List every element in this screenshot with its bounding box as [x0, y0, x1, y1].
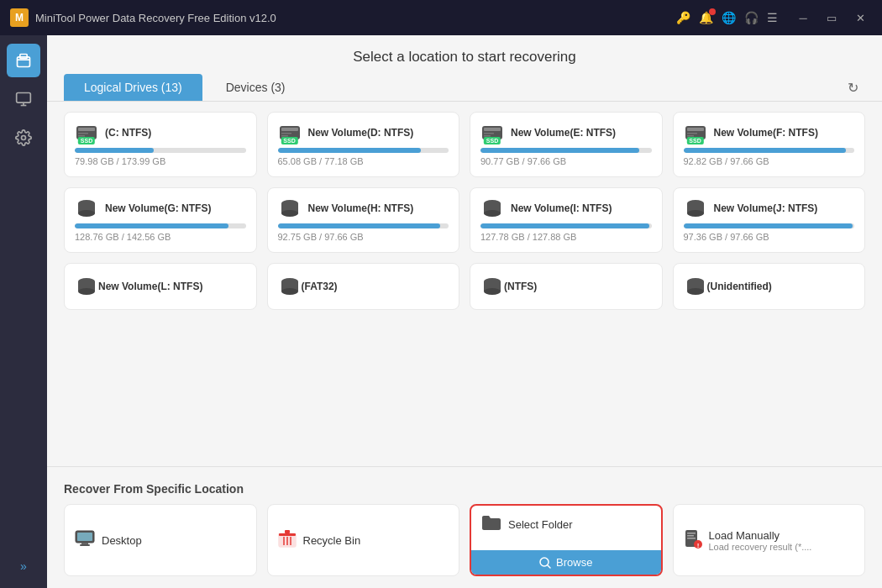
svg-rect-49: [81, 543, 88, 544]
drive-size-i: 127.78 GB / 127.88 GB: [480, 232, 652, 242]
svg-point-43: [484, 288, 501, 295]
svg-point-25: [78, 210, 95, 217]
drive-bar-fill-g: [75, 223, 228, 228]
sidebar: »: [0, 35, 47, 588]
drive-name-fat32: (FAT32): [302, 281, 338, 292]
svg-rect-50: [80, 544, 90, 546]
drive-card-j[interactable]: New Volume(J: NTFS) 97.36 GB / 97.66 GB: [673, 187, 866, 253]
drive-name-c: (C: NTFS): [105, 127, 151, 139]
drive-name-g: New Volume(G: NTFS): [105, 202, 211, 214]
drive-card-unidentified[interactable]: (Unidentified): [673, 263, 866, 310]
drive-card-fat32[interactable]: (FAT32): [267, 263, 460, 310]
drive-icon-wrap-ntfs: [480, 276, 504, 297]
drive-bar-c: [75, 148, 246, 153]
sidebar-item-settings[interactable]: [7, 121, 40, 155]
refresh-button[interactable]: ↻: [841, 76, 865, 99]
maximize-button[interactable]: ▭: [820, 6, 843, 29]
drives-grid: SSD (C: NTFS) 79.98 GB / 173.99 GB: [64, 112, 865, 253]
drive-bar-fill-h: [278, 223, 440, 228]
ssd-badge-d: SSD: [281, 137, 297, 144]
svg-rect-52: [279, 533, 296, 536]
app-logo: M: [10, 8, 29, 27]
close-button[interactable]: ✕: [848, 6, 872, 29]
drive-size-j: 97.36 GB / 97.66 GB: [684, 232, 855, 242]
drive-bar-d: [278, 148, 449, 153]
svg-point-34: [687, 210, 704, 217]
load-manually-icon: !: [684, 528, 702, 553]
page-header: Select a location to start recovering: [47, 35, 882, 74]
drive-card-g[interactable]: New Volume(G: NTFS) 128.76 GB / 142.56 G…: [64, 187, 257, 253]
drive-size-h: 92.75 GB / 97.66 GB: [278, 232, 449, 242]
drive-name-l: New Volume(L: NTFS): [98, 281, 202, 292]
svg-text:!: !: [696, 542, 699, 549]
drive-card-c[interactable]: SSD (C: NTFS) 79.98 GB / 173.99 GB: [64, 112, 257, 177]
headphone-icon[interactable]: 🎧: [744, 11, 759, 24]
specific-card-load-manually[interactable]: ! Load Manually Load recovery result (*.…: [673, 504, 866, 576]
drive-bar-fill-i: [480, 223, 649, 228]
menu-icon[interactable]: ☰: [767, 11, 778, 24]
drive-size-g: 128.76 GB / 142.56 GB: [75, 232, 246, 242]
drive-size-f: 92.82 GB / 97.66 GB: [684, 156, 855, 166]
svg-rect-20: [687, 128, 704, 131]
browse-button[interactable]: Browse: [471, 550, 661, 575]
drive-card-e[interactable]: SSD New Volume(E: NTFS) 90.77 GB / 97.66…: [470, 112, 663, 177]
specific-card-desktop[interactable]: Desktop: [64, 504, 257, 576]
tab-logical-drives[interactable]: Logical Drives (13): [64, 74, 202, 101]
drive-card-ntfs[interactable]: (NTFS): [470, 263, 663, 310]
drives-section: SSD (C: NTFS) 79.98 GB / 173.99 GB: [47, 102, 882, 466]
drive-size-c: 79.98 GB / 173.99 GB: [75, 156, 246, 166]
svg-point-31: [484, 210, 501, 217]
drive-icon-wrap-l: [75, 276, 98, 297]
svg-rect-48: [77, 533, 92, 541]
drive-bar-fill-c: [75, 148, 154, 153]
content-area: Select a location to start recovering Lo…: [47, 35, 882, 588]
specific-section-title: Recover From Specific Location: [64, 482, 865, 496]
main-layout: » Select a location to start recovering …: [0, 35, 882, 588]
titlebar-action-icons: 🔑 🔔 🌐 🎧 ☰: [676, 11, 778, 24]
drive-card-i[interactable]: New Volume(I: NTFS) 127.78 GB / 127.88 G…: [470, 187, 663, 253]
drive-icon-wrap-h: [278, 198, 302, 218]
drive-icon-wrap-f: SSD: [684, 123, 707, 143]
ssd-badge-e: SSD: [484, 137, 501, 144]
svg-rect-16: [484, 128, 501, 131]
drive-bar-h: [278, 223, 449, 228]
desktop-label: Desktop: [102, 534, 142, 547]
drive-name-ntfs: (NTFS): [504, 281, 537, 292]
sidebar-item-tools[interactable]: [7, 82, 40, 116]
drive-icon-wrap-c: SSD: [75, 123, 98, 143]
globe-icon[interactable]: 🌐: [722, 11, 736, 24]
drive-card-f[interactable]: SSD New Volume(F: NTFS) 92.82 GB / 97.66…: [673, 112, 866, 177]
recycle-bin-icon: [278, 528, 297, 553]
svg-point-28: [281, 210, 298, 217]
svg-point-6: [22, 136, 26, 140]
svg-rect-13: [281, 133, 291, 134]
drive-bar-fill-d: [278, 148, 422, 153]
tab-devices[interactable]: Devices (3): [206, 74, 306, 101]
titlebar: M MiniTool Power Data Recovery Free Edit…: [0, 0, 882, 35]
window-controls: ─ ▭ ✕: [791, 6, 872, 29]
drive-bar-fill-j: [684, 223, 853, 228]
minimize-button[interactable]: ─: [791, 6, 815, 29]
sidebar-item-home[interactable]: [7, 44, 40, 77]
expand-button[interactable]: »: [13, 553, 34, 580]
specific-card-recycle[interactable]: Recycle Bin: [267, 504, 460, 576]
drive-size-e: 90.77 GB / 97.66 GB: [480, 156, 652, 166]
select-folder-label: Select Folder: [508, 518, 573, 531]
key-icon[interactable]: 🔑: [676, 11, 690, 24]
drive-icon-wrap-d: SSD: [278, 123, 302, 143]
svg-rect-3: [17, 93, 31, 103]
svg-point-46: [687, 288, 704, 295]
drive-card-d[interactable]: SSD New Volume(D: NTFS) 65.08 GB / 77.18…: [267, 112, 460, 177]
sidebar-bottom: »: [13, 553, 34, 580]
recycle-label: Recycle Bin: [303, 534, 361, 547]
drive-card-h[interactable]: New Volume(H: NTFS) 92.75 GB / 97.66 GB: [267, 187, 460, 253]
drive-bar-i: [480, 223, 652, 228]
drive-name-h: New Volume(H: NTFS): [308, 202, 414, 214]
svg-line-58: [548, 565, 550, 568]
specific-card-select-folder[interactable]: Select Folder Browse: [470, 504, 663, 576]
app-title: MiniTool Power Data Recovery Free Editio…: [35, 12, 669, 24]
drive-card-l[interactable]: New Volume(L: NTFS): [64, 263, 257, 310]
bell-icon[interactable]: 🔔: [699, 11, 713, 24]
svg-rect-53: [285, 530, 290, 533]
specific-grid: Desktop Recycle Bin: [64, 504, 865, 576]
